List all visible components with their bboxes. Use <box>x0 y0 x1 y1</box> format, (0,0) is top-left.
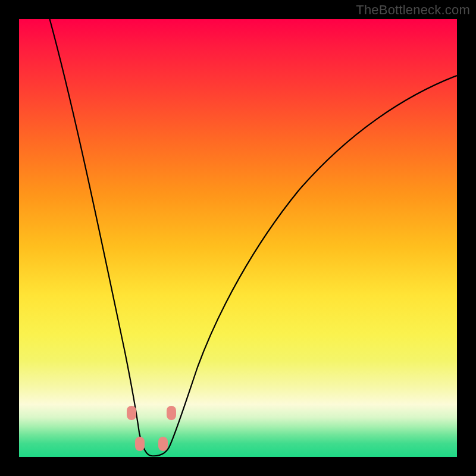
curve-group <box>50 19 458 456</box>
watermark-text: TheBottleneck.com <box>356 2 470 18</box>
marker-group <box>127 406 176 451</box>
marker-lower-left <box>135 437 145 451</box>
marker-upper-right <box>167 406 176 420</box>
chart-svg <box>19 19 457 457</box>
marker-upper-left <box>127 406 136 420</box>
bottleneck-curve <box>50 19 458 456</box>
chart-frame: TheBottleneck.com <box>0 0 476 476</box>
plot-area <box>19 19 457 457</box>
marker-lower-right <box>158 437 168 451</box>
